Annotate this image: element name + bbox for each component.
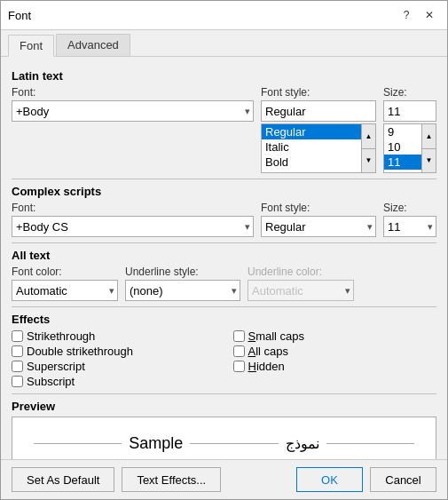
preview-box: Sample نموذج xyxy=(12,417,436,459)
subscript-checkbox[interactable] xyxy=(12,376,23,387)
complex-style-select[interactable]: Regular xyxy=(261,216,376,237)
size-scroll-down[interactable]: ▼ xyxy=(422,149,436,173)
complex-size-select-wrapper: 11 xyxy=(383,216,436,237)
style-option-bold[interactable]: Bold xyxy=(262,155,361,170)
latin-font-select[interactable]: +Body xyxy=(12,100,254,122)
complex-style-group: Font style: Regular xyxy=(261,202,376,237)
effects-section: Effects xyxy=(12,313,436,326)
underline-color-select[interactable]: Automatic xyxy=(248,280,354,301)
latin-font-group: Font: +Body xyxy=(12,86,254,122)
style-option-italic[interactable]: Italic xyxy=(262,139,361,155)
size-scroll-up[interactable]: ▲ xyxy=(422,124,436,149)
size-option-11[interactable]: 11 xyxy=(384,155,421,170)
set-as-default-button[interactable]: Set As Default xyxy=(12,467,114,492)
all-caps-checkbox[interactable] xyxy=(233,345,245,357)
complex-scripts-section: Complex scripts xyxy=(12,185,436,198)
dialog-footer: Set As Default Text Effects... OK Cancel xyxy=(1,459,447,499)
font-color-group: Font color: Automatic xyxy=(12,266,118,301)
latin-text-row: Font: +Body Font style: Regular Italic B… xyxy=(12,86,436,173)
title-bar: Font ? ✕ xyxy=(1,1,447,30)
hidden-label: Hidden xyxy=(248,360,285,373)
size-scroll: ▲ ▼ xyxy=(421,124,436,172)
divider-2 xyxy=(12,242,436,243)
complex-font-group: Font: +Body CS xyxy=(12,202,254,237)
latin-style-listbox[interactable]: Regular Italic Bold ▲ ▼ xyxy=(261,123,376,173)
superscript-checkbox[interactable] xyxy=(12,361,23,372)
footer-left: Set As Default Text Effects... xyxy=(12,467,221,492)
double-strikethrough-item: Double strikethrough xyxy=(12,345,216,358)
small-caps-checkbox[interactable] xyxy=(233,330,245,342)
tab-advanced[interactable]: Advanced xyxy=(56,34,130,56)
double-strikethrough-checkbox[interactable] xyxy=(12,345,23,357)
text-effects-button[interactable]: Text Effects... xyxy=(122,467,221,492)
hidden-checkbox[interactable] xyxy=(233,361,245,372)
preview-section: Preview xyxy=(12,400,436,413)
underline-style-select[interactable]: (none) xyxy=(125,280,240,301)
complex-scripts-row: Font: +Body CS Font style: Regular Size: xyxy=(12,202,436,237)
divider-4 xyxy=(12,393,436,394)
underline-style-select-wrapper: (none) xyxy=(125,280,240,301)
footer-right: OK Cancel xyxy=(296,467,436,492)
latin-size-listbox[interactable]: 9 10 11 ▲ ▼ xyxy=(383,123,436,173)
size-option-10[interactable]: 10 xyxy=(384,139,421,155)
title-bar-controls: ? ✕ xyxy=(396,6,440,24)
superscript-item: Superscript xyxy=(12,360,216,373)
all-text-row: Font color: Automatic Underline style: (… xyxy=(12,266,436,301)
all-text-section: All text xyxy=(12,249,436,262)
preview-line-left xyxy=(34,443,122,444)
complex-size-select[interactable]: 11 xyxy=(383,216,436,237)
latin-size-input[interactable] xyxy=(383,100,436,122)
tab-font[interactable]: Font xyxy=(8,35,54,57)
complex-font-select[interactable]: +Body CS xyxy=(12,216,254,237)
ok-button[interactable]: OK xyxy=(296,467,363,492)
strikethrough-checkbox[interactable] xyxy=(12,330,23,342)
hidden-item: Hidden xyxy=(233,360,437,373)
tab-bar: Font Advanced xyxy=(1,30,447,56)
font-color-select-wrapper: Automatic xyxy=(12,280,118,301)
underline-style-group: Underline style: (none) xyxy=(125,266,240,301)
underline-style-label: Underline style: xyxy=(125,266,240,278)
preview-line-mid xyxy=(190,443,278,444)
preview-sample: Sample xyxy=(129,434,183,453)
small-caps-item: Small caps xyxy=(233,329,437,343)
font-color-select[interactable]: Automatic xyxy=(12,280,118,301)
cancel-button[interactable]: Cancel xyxy=(370,467,436,492)
close-button[interactable]: ✕ xyxy=(419,6,440,24)
size-option-9[interactable]: 9 xyxy=(384,124,421,139)
preview-arabic: نموذج xyxy=(286,435,319,452)
help-button[interactable]: ? xyxy=(396,6,417,24)
all-caps-label: All caps xyxy=(248,345,289,358)
latin-style-group: Font style: Regular Italic Bold ▲ ▼ xyxy=(261,86,376,173)
underline-color-group: Underline color: Automatic xyxy=(248,266,354,301)
font-color-label: Font color: xyxy=(12,266,118,278)
subscript-item: Subscript xyxy=(12,375,216,388)
latin-size-label: Size: xyxy=(383,86,436,99)
complex-size-group: Size: 11 xyxy=(383,202,436,237)
strikethrough-label: Strikethrough xyxy=(27,329,95,343)
complex-font-select-wrapper: +Body CS xyxy=(12,216,254,237)
latin-size-group: Size: 9 10 11 ▲ ▼ xyxy=(383,86,436,173)
preview-line-right xyxy=(326,443,414,444)
subscript-label: Subscript xyxy=(27,375,75,388)
small-caps-label: Small caps xyxy=(248,329,305,343)
latin-font-select-wrapper: +Body xyxy=(12,100,254,122)
complex-size-label: Size: xyxy=(383,202,436,214)
latin-font-label: Font: xyxy=(12,86,254,99)
latin-style-input[interactable] xyxy=(261,100,376,122)
effects-grid: Strikethrough Small caps Double striketh… xyxy=(12,329,436,388)
strikethrough-item: Strikethrough xyxy=(12,329,216,343)
divider-3 xyxy=(12,306,436,307)
dialog-content: Latin text Font: +Body Font style: Regul… xyxy=(1,56,447,459)
dialog-title: Font xyxy=(8,9,31,22)
complex-style-select-wrapper: Regular xyxy=(261,216,376,237)
complex-style-label: Font style: xyxy=(261,202,376,214)
all-caps-item: All caps xyxy=(233,345,437,358)
style-scroll-down[interactable]: ▼ xyxy=(362,149,375,173)
superscript-label: Superscript xyxy=(27,360,85,373)
complex-font-label: Font: xyxy=(12,202,254,214)
underline-color-select-wrapper: Automatic xyxy=(248,280,354,301)
style-scroll-up[interactable]: ▲ xyxy=(362,124,375,149)
latin-text-section: Latin text xyxy=(12,69,436,83)
underline-color-label: Underline color: xyxy=(248,266,354,278)
style-option-regular[interactable]: Regular xyxy=(262,124,361,139)
